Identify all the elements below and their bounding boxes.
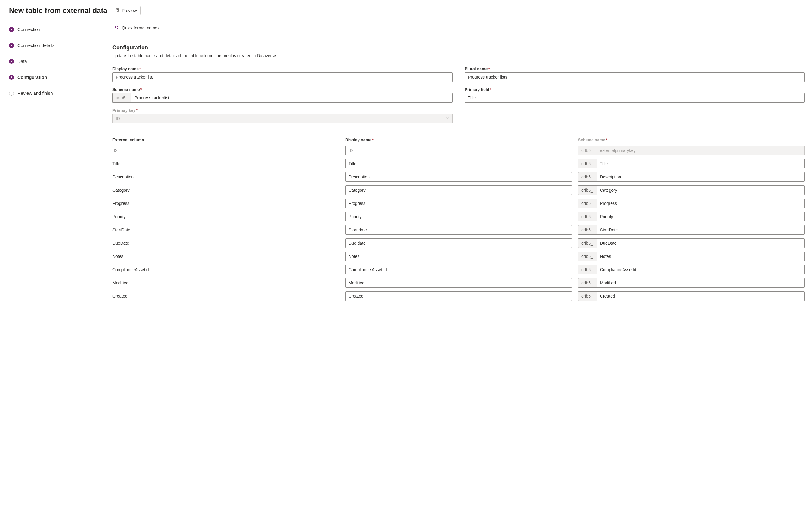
- column-display-name-input[interactable]: [345, 159, 572, 169]
- external-column-name: ComplianceAssetId: [113, 266, 339, 274]
- step-data[interactable]: Data: [9, 59, 96, 64]
- external-column-name: Modified: [113, 279, 339, 287]
- step-connector: [11, 64, 11, 75]
- column-display-name-input[interactable]: [345, 146, 572, 155]
- external-column-name: Title: [113, 160, 339, 168]
- column-schema-name-field[interactable]: crfb6_: [578, 238, 805, 248]
- column-display-name-input[interactable]: [345, 238, 572, 248]
- chevron-down-icon: [446, 116, 449, 121]
- display-name-input[interactable]: [113, 72, 453, 82]
- external-column-name: DueDate: [113, 239, 339, 247]
- column-display-name-input[interactable]: [345, 185, 572, 195]
- external-column-name: Description: [113, 173, 339, 181]
- column-schema-name-field[interactable]: crfb6_: [578, 199, 805, 208]
- column-schema-name-field[interactable]: crfb6_: [578, 225, 805, 235]
- column-schema-name-input[interactable]: [597, 212, 805, 221]
- preview-button[interactable]: Preview: [112, 6, 141, 15]
- column-schema-name-field[interactable]: crfb6_: [578, 159, 805, 169]
- external-column-name: Notes: [113, 252, 339, 260]
- step-connection-details[interactable]: Connection details: [9, 43, 96, 48]
- column-schema-name-input[interactable]: [597, 185, 805, 195]
- column-schema-name-field[interactable]: crfb6_: [578, 265, 805, 274]
- column-schema-name-field[interactable]: crfb6_: [578, 172, 805, 182]
- schema-name-prefix: crfb6_: [113, 93, 131, 103]
- svg-text:B: B: [117, 27, 118, 30]
- step-connector: [11, 32, 11, 43]
- schema-prefix: crfb6_: [578, 172, 597, 182]
- primary-field-input[interactable]: [464, 93, 805, 103]
- checkmark-icon: [9, 27, 14, 32]
- column-display-name-input[interactable]: [345, 172, 572, 182]
- primary-key-select: ID: [113, 114, 453, 123]
- current-step-icon: [9, 75, 14, 80]
- plural-name-input[interactable]: [464, 72, 805, 82]
- column-schema-name-field[interactable]: crfb6_: [578, 212, 805, 221]
- pending-step-icon: [9, 91, 14, 96]
- external-column-name: ID: [113, 147, 339, 154]
- section-subtext: Update the table name and details of the…: [113, 53, 805, 58]
- column-schema-name-input[interactable]: [597, 172, 805, 182]
- step-label: Connection: [17, 27, 40, 32]
- column-schema-name-input[interactable]: [597, 225, 805, 235]
- column-schema-name-field[interactable]: crfb6_: [578, 278, 805, 288]
- column-schema-name-field: crfb6_: [578, 146, 805, 155]
- column-schema-name-input[interactable]: [597, 291, 805, 301]
- column-schema-name-field[interactable]: crfb6_: [578, 291, 805, 301]
- display-name-label: Display name*: [113, 66, 453, 71]
- schema-prefix: crfb6_: [578, 278, 597, 288]
- primary-key-label: Primary key*: [113, 108, 453, 113]
- column-display-name-input[interactable]: [345, 212, 572, 221]
- page-title: New table from external data: [9, 6, 107, 15]
- schema-prefix: crfb6_: [578, 238, 597, 248]
- schema-name-column-header: Schema name*: [578, 137, 805, 142]
- primary-field-label: Primary field*: [464, 87, 805, 92]
- step-review-and-finish[interactable]: Review and finish: [9, 91, 96, 96]
- step-configuration[interactable]: Configuration: [9, 75, 96, 80]
- schema-prefix: crfb6_: [578, 251, 597, 261]
- column-display-name-input[interactable]: [345, 291, 572, 301]
- preview-icon: [116, 8, 120, 13]
- column-schema-name-input[interactable]: [597, 238, 805, 248]
- column-display-name-input[interactable]: [345, 199, 572, 208]
- section-heading: Configuration: [113, 45, 805, 51]
- schema-prefix: crfb6_: [578, 146, 597, 155]
- checkmark-icon: [9, 43, 14, 48]
- steps-nav: ConnectionConnection detailsDataConfigur…: [0, 20, 105, 313]
- column-display-name-input[interactable]: [345, 265, 572, 274]
- step-label: Connection details: [17, 43, 54, 48]
- column-schema-name-input[interactable]: [597, 199, 805, 208]
- plural-name-label: Plural name*: [464, 66, 805, 71]
- external-column-name: Priority: [113, 213, 339, 221]
- schema-prefix: crfb6_: [578, 185, 597, 195]
- schema-name-input[interactable]: [131, 93, 453, 103]
- schema-prefix: crfb6_: [578, 265, 597, 274]
- column-schema-name-input[interactable]: [597, 265, 805, 274]
- schema-name-label: Schema name*: [113, 87, 453, 92]
- display-name-column-header: Display name*: [345, 137, 572, 142]
- schema-prefix: crfb6_: [578, 199, 597, 208]
- quick-format-label: Quick format names: [122, 25, 160, 31]
- column-display-name-input[interactable]: [345, 251, 572, 261]
- column-schema-name-field[interactable]: crfb6_: [578, 185, 805, 195]
- column-display-name-input[interactable]: [345, 225, 572, 235]
- external-column-name: Category: [113, 186, 339, 194]
- column-schema-name-input[interactable]: [597, 278, 805, 288]
- column-schema-name-input[interactable]: [597, 159, 805, 169]
- svg-text:A: A: [115, 26, 117, 29]
- step-connection[interactable]: Connection: [9, 27, 96, 32]
- schema-prefix: crfb6_: [578, 225, 597, 235]
- column-schema-name-input[interactable]: [597, 251, 805, 261]
- column-display-name-input[interactable]: [345, 278, 572, 288]
- checkmark-icon: [9, 59, 14, 64]
- column-schema-name-field[interactable]: crfb6_: [578, 251, 805, 261]
- external-column-name: StartDate: [113, 226, 339, 234]
- quick-format-names-command[interactable]: A B Quick format names: [113, 24, 161, 32]
- step-connector: [11, 48, 11, 59]
- schema-prefix: crfb6_: [578, 159, 597, 169]
- step-label: Review and finish: [17, 91, 53, 96]
- schema-prefix: crfb6_: [578, 291, 597, 301]
- external-column-name: Progress: [113, 200, 339, 207]
- step-connector: [11, 80, 11, 91]
- preview-label: Preview: [122, 8, 137, 13]
- column-schema-name-input: [597, 146, 805, 155]
